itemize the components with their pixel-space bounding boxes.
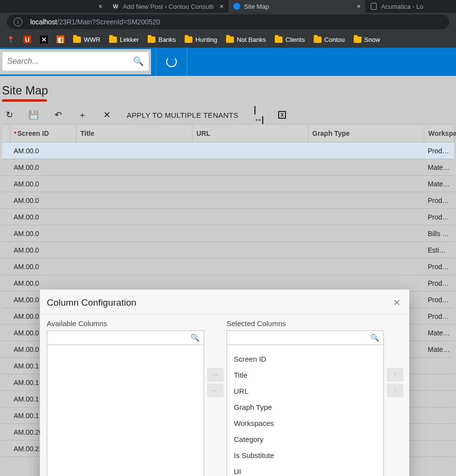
site-info-icon[interactable]: i <box>14 18 22 26</box>
bookmark-folder-banks[interactable]: Banks <box>148 36 176 43</box>
cell-screen-id[interactable]: AM.00.0 <box>10 147 76 155</box>
bookmark-folder-notbanks[interactable]: Not Banks <box>226 36 266 43</box>
cell-screen-id[interactable]: AM.00.0 <box>10 180 76 188</box>
search-input[interactable] <box>7 57 124 66</box>
bookmark-shield[interactable]: U <box>23 36 31 43</box>
list-item[interactable]: Category <box>234 431 377 447</box>
table-row[interactable]: AM.00.0Material <box>2 159 454 176</box>
col-header-screen-id[interactable]: *Screen ID <box>10 125 76 142</box>
refresh-button[interactable]: ↻ <box>5 110 14 119</box>
selected-search[interactable]: 🔍 <box>227 330 384 345</box>
favicon-doc <box>370 3 377 10</box>
cell-workspaces[interactable]: Productio <box>424 296 454 304</box>
table-row[interactable]: AM.00.0Productio <box>2 209 454 225</box>
fit-columns-button[interactable]: |↔| <box>254 110 263 119</box>
bookmarks-bar: 📍 U ✕ ◧ WWR Lekker Banks Hunting Not Ban… <box>0 31 456 48</box>
list-item[interactable]: Workspaces <box>234 415 377 431</box>
add-button[interactable]: ＋ <box>78 110 87 119</box>
table-row[interactable]: AM.00.0Productio <box>2 143 454 159</box>
cell-workspaces[interactable]: Material <box>424 180 454 188</box>
bookmark-folder-snow[interactable]: Snow <box>354 36 380 43</box>
cell-workspaces[interactable]: Estimatin <box>424 246 454 254</box>
close-icon[interactable]: ✕ <box>393 297 400 308</box>
apply-tenants-button[interactable]: APPLY TO MULTIPLE TENANTS <box>127 111 238 119</box>
delete-button[interactable]: ✕ <box>102 110 111 119</box>
move-up-button[interactable]: ↑ <box>387 368 403 382</box>
available-search[interactable]: 🔍 <box>47 330 204 345</box>
global-search[interactable]: 🔍 <box>2 52 149 71</box>
bookmark-folder-contou[interactable]: Contou <box>314 36 345 43</box>
table-row[interactable]: AM.00.0Productio <box>2 258 454 275</box>
folder-icon <box>226 37 234 43</box>
cell-workspaces[interactable]: Bills of M <box>424 230 454 238</box>
browser-tab-2[interactable]: Site Map × <box>228 0 366 13</box>
folder-icon <box>73 37 81 43</box>
search-icon[interactable]: 🔍 <box>133 56 144 67</box>
move-right-button[interactable]: → <box>207 368 224 382</box>
cell-screen-id[interactable]: AM.00.0 <box>10 246 76 254</box>
list-item[interactable]: Title <box>234 367 377 383</box>
cell-workspaces[interactable]: Productio <box>424 213 454 221</box>
bookmark-x[interactable]: ✕ <box>40 36 48 43</box>
cell-screen-id[interactable]: AM.00.0 <box>10 164 76 171</box>
cell-workspaces[interactable]: Productio <box>424 197 454 204</box>
table-row[interactable]: AM.00.0Productio <box>2 275 454 292</box>
column-config-dialog: Column Configuration ✕ Available Columns… <box>40 290 409 476</box>
url-host: localhost <box>30 18 57 26</box>
cell-screen-id[interactable]: AM.00.0 <box>10 230 76 238</box>
cell-workspaces[interactable]: Material <box>424 329 454 337</box>
search-icon[interactable]: 🔍 <box>370 333 380 342</box>
search-icon[interactable]: 🔍 <box>190 333 200 342</box>
cell-screen-id[interactable]: AM.00.0 <box>10 279 76 287</box>
grid-header: *Screen ID Title URL Graph Type Workspac <box>2 124 454 143</box>
cell-screen-id[interactable]: AM.00.0 <box>10 197 76 204</box>
table-row[interactable]: AM.00.0Estimatin <box>2 242 454 258</box>
browser-tab-3[interactable]: Acumatica - Lo <box>365 0 428 13</box>
cell-screen-id[interactable]: AM.00.0 <box>10 213 76 221</box>
list-item[interactable]: UI <box>234 463 377 476</box>
bookmark-folder-hunting[interactable]: Hunting <box>185 36 217 43</box>
close-icon[interactable]: × <box>220 2 224 10</box>
cell-screen-id[interactable]: AM.00.0 <box>10 263 76 271</box>
list-item[interactable]: URL <box>234 383 377 399</box>
tab-close-prev[interactable]: × <box>88 0 107 13</box>
bookmark-folder-wwr[interactable]: WWR <box>73 36 100 43</box>
close-icon[interactable]: × <box>357 2 361 10</box>
folder-icon <box>109 37 117 43</box>
col-header-workspaces[interactable]: Workspac <box>424 125 454 142</box>
undo-button[interactable]: ↶ <box>54 110 62 119</box>
cell-workspaces[interactable]: Material <box>424 164 454 171</box>
app-header: 🔍 <box>0 48 456 76</box>
list-item[interactable]: Graph Type <box>234 399 377 415</box>
refresh-panel[interactable] <box>156 48 187 76</box>
col-header-url[interactable]: URL <box>192 125 308 142</box>
cell-workspaces[interactable]: Material <box>424 346 454 353</box>
table-row[interactable]: AM.00.0Material <box>2 176 454 192</box>
save-button[interactable]: 💾 <box>29 110 38 119</box>
bookmark-orange[interactable]: ◧ <box>57 36 64 43</box>
cell-workspaces[interactable]: Productio <box>424 312 454 320</box>
folder-icon <box>354 37 361 43</box>
bookmark-folder-lekker[interactable]: Lekker <box>109 36 139 43</box>
bookmark-pin[interactable]: 📍 <box>7 36 15 43</box>
col-header-graph-type[interactable]: Graph Type <box>308 125 424 142</box>
close-icon[interactable]: × <box>98 2 102 10</box>
site-map-grid: *Screen ID Title URL Graph Type Workspac… <box>2 124 454 457</box>
move-left-button[interactable]: ← <box>207 384 224 397</box>
cell-workspaces[interactable]: Productio <box>424 279 454 287</box>
bookmark-folder-clients[interactable]: Clients <box>275 36 305 43</box>
table-row[interactable]: AM.00.0Bills of M <box>2 225 454 242</box>
list-item[interactable]: Screen ID <box>234 351 377 367</box>
export-button[interactable]: X <box>278 111 286 119</box>
table-row[interactable]: AM.00.0Productio <box>2 192 454 209</box>
address-input[interactable]: i localhost/23R1/Main?ScreenId=SM200520 <box>7 15 449 29</box>
available-columns-list[interactable] <box>47 345 204 476</box>
list-item[interactable]: Is Substitute <box>234 447 377 463</box>
browser-tab-1[interactable]: W Add New Post ‹ Contou Consulti × <box>107 0 228 13</box>
move-down-button[interactable]: ↓ <box>387 384 403 397</box>
cell-workspaces[interactable]: Productio <box>424 147 454 155</box>
selected-columns-list[interactable]: Screen IDTitleURLGraph TypeWorkspacesCat… <box>227 345 384 476</box>
cell-workspaces[interactable]: Productio <box>424 263 454 271</box>
address-bar: i localhost/23R1/Main?ScreenId=SM200520 <box>0 13 456 31</box>
col-header-title[interactable]: Title <box>76 125 192 142</box>
